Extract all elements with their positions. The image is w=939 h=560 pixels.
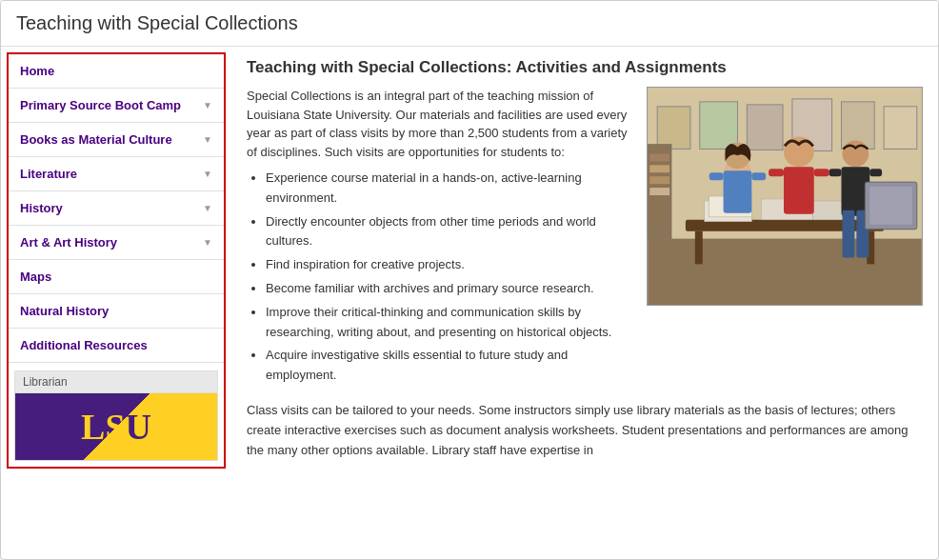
sidebar-link-maps[interactable]: Maps bbox=[9, 260, 224, 293]
svg-rect-4 bbox=[747, 105, 783, 150]
bottom-paragraph: Class visits can be tailored to your nee… bbox=[247, 401, 923, 460]
sidebar-link-label: Natural History bbox=[20, 304, 109, 318]
library-photo-svg bbox=[648, 88, 922, 305]
sidebar-link-label: Literature bbox=[20, 167, 77, 181]
chevron-down-icon: ▼ bbox=[203, 203, 212, 213]
sidebar-link-label: Books as Material Culture bbox=[20, 132, 172, 147]
svg-rect-27 bbox=[869, 169, 882, 176]
page-title: Teaching with Special Collections bbox=[16, 12, 923, 34]
intro-image bbox=[647, 87, 923, 306]
svg-rect-7 bbox=[884, 107, 917, 150]
svg-rect-32 bbox=[649, 165, 669, 172]
bullet-list-item: Acquire investigative skills essential t… bbox=[266, 346, 631, 386]
sidebar-link-label: Primary Source Boot Camp bbox=[20, 98, 181, 112]
svg-rect-1 bbox=[648, 239, 921, 305]
svg-rect-22 bbox=[769, 169, 784, 176]
main-heading: Teaching with Special Collections: Activ… bbox=[247, 58, 923, 77]
page-wrapper: Teaching with Special Collections HomePr… bbox=[0, 0, 939, 560]
sidebar-nav-item: Home bbox=[9, 54, 224, 89]
sidebar: HomePrimary Source Boot Camp▼Books as Ma… bbox=[7, 52, 226, 469]
sidebar-nav-item: History▼ bbox=[9, 191, 224, 226]
svg-rect-23 bbox=[814, 169, 829, 176]
content-area: HomePrimary Source Boot Camp▼Books as Ma… bbox=[1, 47, 938, 474]
page-title-bar: Teaching with Special Collections bbox=[1, 1, 938, 47]
svg-rect-17 bbox=[724, 170, 752, 213]
sidebar-nav-item: Literature▼ bbox=[9, 157, 224, 191]
chevron-down-icon: ▼ bbox=[203, 134, 212, 145]
sidebar-nav-item: Primary Source Boot Camp▼ bbox=[9, 89, 224, 123]
sidebar-nav-item: Books as Material Culture▼ bbox=[9, 123, 224, 157]
sidebar-nav-item: Maps bbox=[9, 260, 224, 294]
sidebar-link-natural-history[interactable]: Natural History bbox=[9, 294, 224, 328]
svg-rect-19 bbox=[751, 172, 766, 180]
main-content: Teaching with Special Collections: Activ… bbox=[231, 47, 938, 471]
chevron-down-icon: ▼ bbox=[203, 237, 212, 248]
sidebar-link-additional-resources[interactable]: Additional Resources bbox=[9, 329, 224, 362]
sidebar-nav-item: Natural History bbox=[9, 294, 224, 329]
intro-text: Special Collections is an integral part … bbox=[247, 87, 631, 390]
intro-paragraph: Special Collections is an integral part … bbox=[247, 87, 631, 161]
librarian-logo: LS U bbox=[15, 393, 217, 460]
bullet-list-item: Find inspiration for creative projects. bbox=[266, 255, 631, 275]
sidebar-link-label: History bbox=[20, 201, 63, 215]
sidebar-link-home[interactable]: Home bbox=[9, 54, 224, 88]
sidebar-link-label: Home bbox=[20, 64, 54, 78]
bullet-list-item: Improve their critical-thinking and comm… bbox=[266, 303, 631, 343]
svg-rect-36 bbox=[869, 187, 912, 225]
chevron-down-icon: ▼ bbox=[203, 169, 212, 179]
svg-rect-9 bbox=[695, 231, 703, 265]
svg-rect-34 bbox=[649, 188, 669, 195]
sidebar-nav: HomePrimary Source Boot Camp▼Books as Ma… bbox=[9, 54, 224, 363]
sidebar-nav-item: Art & Art History▼ bbox=[9, 226, 224, 260]
sidebar-link-label: Art & Art History bbox=[20, 235, 117, 250]
librarian-label: Librarian bbox=[15, 371, 217, 393]
bullet-list-item: Become familiar with archives and primar… bbox=[266, 279, 631, 299]
svg-rect-18 bbox=[709, 172, 724, 180]
sidebar-link-label: Maps bbox=[20, 270, 51, 284]
sidebar-link-art---art-history[interactable]: Art & Art History▼ bbox=[9, 226, 224, 259]
content-intro: Special Collections is an integral part … bbox=[247, 87, 923, 390]
lsu-logo-left: LS bbox=[81, 406, 125, 448]
bullet-list: Experience course material in a hands-on… bbox=[247, 169, 631, 386]
svg-point-24 bbox=[842, 141, 869, 168]
bullet-list-item: Directly encounter objects from other ti… bbox=[266, 212, 631, 252]
librarian-box: Librarian LS U bbox=[14, 370, 218, 461]
sidebar-link-history[interactable]: History▼ bbox=[9, 191, 224, 225]
sidebar-link-books-as-material-culture[interactable]: Books as Material Culture▼ bbox=[9, 123, 224, 156]
svg-rect-33 bbox=[649, 176, 669, 184]
svg-rect-2 bbox=[657, 107, 690, 150]
sidebar-nav-item: Additional Resources bbox=[9, 329, 224, 363]
lsu-logo-right: U bbox=[126, 406, 151, 448]
svg-rect-26 bbox=[829, 169, 842, 176]
sidebar-link-primary-source-boot-camp[interactable]: Primary Source Boot Camp▼ bbox=[9, 89, 224, 122]
bullet-list-item: Experience course material in a hands-on… bbox=[266, 169, 631, 209]
svg-rect-21 bbox=[784, 167, 814, 214]
svg-rect-31 bbox=[649, 153, 669, 161]
sidebar-link-label: Additional Resources bbox=[20, 338, 148, 352]
svg-rect-28 bbox=[842, 210, 854, 258]
svg-rect-3 bbox=[700, 102, 738, 150]
sidebar-link-literature[interactable]: Literature▼ bbox=[9, 157, 224, 190]
chevron-down-icon: ▼ bbox=[203, 100, 212, 110]
